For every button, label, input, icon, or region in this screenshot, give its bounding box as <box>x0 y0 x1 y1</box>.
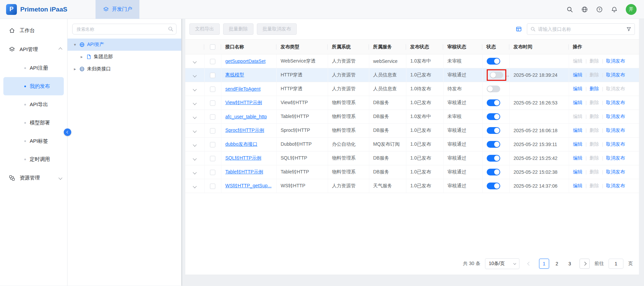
row-checkbox[interactable] <box>210 100 215 106</box>
row-expand-icon[interactable] <box>193 184 196 188</box>
sidebar-item-api-tags[interactable]: API标签 <box>3 132 64 150</box>
row-expand-icon[interactable] <box>193 115 196 119</box>
api-name-link[interactable]: sendFileToAgent <box>225 86 261 92</box>
delete-link[interactable]: 删除 <box>590 141 599 147</box>
panel-collapse-button[interactable] <box>64 128 71 136</box>
sidebar-item-resource-management[interactable]: 资源管理 <box>0 168 67 187</box>
api-name-link[interactable]: getSupportDataSet <box>225 58 266 64</box>
api-name-link[interactable]: dubbo发布接口 <box>225 141 258 147</box>
help-icon[interactable]: ? <box>596 6 603 13</box>
sidebar-item-scheduled-call[interactable]: 定时调用 <box>3 150 64 168</box>
row-checkbox[interactable] <box>210 114 215 120</box>
row-expand-icon[interactable] <box>193 170 196 174</box>
unpublish-link[interactable]: 取消发布 <box>606 183 625 188</box>
page-button-2[interactable]: 2 <box>552 259 562 269</box>
tree-search-input[interactable] <box>72 24 177 34</box>
sidebar-item-api-register[interactable]: API注册 <box>3 59 64 77</box>
status-toggle[interactable] <box>487 127 500 134</box>
row-checkbox[interactable] <box>210 142 215 147</box>
tree-node-unclassified[interactable]: ▸ 未归类接口 <box>68 63 181 75</box>
page-button-1[interactable]: 1 <box>539 259 549 269</box>
api-name-link[interactable]: Sproc转HTTP示例 <box>225 127 264 133</box>
api-name-link[interactable]: SQL转HTTP示例 <box>225 155 262 161</box>
page-size-select[interactable]: 10条/页 <box>485 258 519 269</box>
unpublish-link[interactable]: 取消发布 <box>606 141 625 147</box>
row-checkbox[interactable] <box>210 170 215 175</box>
page-button-3[interactable]: 3 <box>565 259 575 269</box>
row-expand-icon[interactable] <box>193 157 196 160</box>
api-name-link[interactable]: WS转HTTP_getSup... <box>225 183 272 188</box>
row-checkbox[interactable] <box>210 87 215 92</box>
row-expand-icon[interactable] <box>193 143 196 146</box>
caret-down-icon[interactable]: ▾ <box>73 42 77 47</box>
goto-page-input[interactable] <box>609 259 623 269</box>
row-checkbox[interactable] <box>210 128 215 134</box>
unpublish-link[interactable]: 取消发布 <box>606 58 625 64</box>
unpublish-link[interactable]: 取消发布 <box>606 86 625 91</box>
edit-link[interactable]: 编辑 <box>573 72 583 77</box>
row-checkbox[interactable] <box>210 184 215 189</box>
row-expand-icon[interactable] <box>193 59 196 63</box>
batch-delete-button[interactable]: 批量删除 <box>223 23 253 35</box>
status-toggle[interactable] <box>487 113 500 120</box>
doc-export-button[interactable]: 文档导出 <box>189 23 220 35</box>
delete-link[interactable]: 删除 <box>590 72 599 77</box>
sidebar-item-workbench[interactable]: 工作台 <box>0 21 67 40</box>
unpublish-link[interactable]: 取消发布 <box>606 155 625 161</box>
prev-page-button[interactable] <box>524 259 534 269</box>
unpublish-link[interactable]: 取消发布 <box>606 100 625 105</box>
search-icon[interactable] <box>566 6 573 13</box>
row-checkbox[interactable] <box>210 59 215 64</box>
batch-unpublish-button[interactable]: 批量取消发布 <box>257 23 297 35</box>
row-expand-icon[interactable] <box>193 101 196 105</box>
delete-link[interactable]: 删除 <box>590 58 599 64</box>
panel-splitter[interactable] <box>181 19 182 286</box>
api-name-link[interactable]: 离线模型 <box>225 72 244 77</box>
tree-node-api-assets[interactable]: ▾ API资产 <box>68 39 181 51</box>
row-expand-icon[interactable] <box>193 73 196 77</box>
edit-link[interactable]: 编辑 <box>573 127 583 133</box>
delete-link[interactable]: 删除 <box>590 183 599 188</box>
user-avatar[interactable]: 开 <box>626 4 637 15</box>
status-toggle[interactable] <box>487 169 500 175</box>
edit-link[interactable]: 编辑 <box>573 183 583 188</box>
sidebar-item-my-publish[interactable]: 我的发布 <box>3 77 64 95</box>
edit-link[interactable]: 编辑 <box>573 86 583 91</box>
delete-link[interactable]: 删除 <box>590 100 599 105</box>
edit-link[interactable]: 编辑 <box>573 114 583 119</box>
edit-link[interactable]: 编辑 <box>573 169 583 174</box>
status-toggle[interactable] <box>487 155 500 162</box>
notifications-icon[interactable] <box>611 6 618 13</box>
status-toggle[interactable] <box>487 141 500 148</box>
delete-link[interactable]: 删除 <box>590 155 599 161</box>
unpublish-link[interactable]: 取消发布 <box>606 127 625 133</box>
select-all-checkbox[interactable] <box>210 44 215 50</box>
row-checkbox[interactable] <box>210 73 215 78</box>
app-logo[interactable]: P Primeton iPaaS <box>0 4 67 15</box>
caret-right-icon[interactable]: ▸ <box>73 67 77 71</box>
api-name-link[interactable]: Table转HTTP示例 <box>225 169 263 174</box>
edit-link[interactable]: 编辑 <box>573 58 583 64</box>
sidebar-item-api-export[interactable]: API导出 <box>3 95 64 114</box>
status-toggle[interactable] <box>487 183 500 189</box>
row-checkbox[interactable] <box>210 156 215 161</box>
tree-node-group-hq[interactable]: ▸ 集团总部 <box>68 51 181 63</box>
columns-icon[interactable] <box>515 26 522 32</box>
sidebar-item-api-management[interactable]: API管理 <box>0 40 67 59</box>
sidebar-item-model-deploy[interactable]: 模型部署 <box>3 114 64 132</box>
filter-icon[interactable] <box>626 26 632 32</box>
edit-link[interactable]: 编辑 <box>573 100 583 105</box>
status-toggle[interactable] <box>487 58 500 65</box>
tab-dev-portal[interactable]: 开发门户 <box>96 0 139 19</box>
row-expand-icon[interactable] <box>193 129 196 133</box>
row-expand-icon[interactable] <box>193 87 196 91</box>
delete-link[interactable]: 删除 <box>590 86 599 91</box>
status-toggle[interactable] <box>487 86 500 92</box>
edit-link[interactable]: 编辑 <box>573 141 583 147</box>
unpublish-link[interactable]: 取消发布 <box>606 169 625 174</box>
status-toggle[interactable] <box>487 99 500 106</box>
unpublish-link[interactable]: 取消发布 <box>606 72 625 77</box>
delete-link[interactable]: 删除 <box>590 169 599 174</box>
delete-link[interactable]: 删除 <box>590 114 599 119</box>
unpublish-link[interactable]: 取消发布 <box>606 114 625 119</box>
